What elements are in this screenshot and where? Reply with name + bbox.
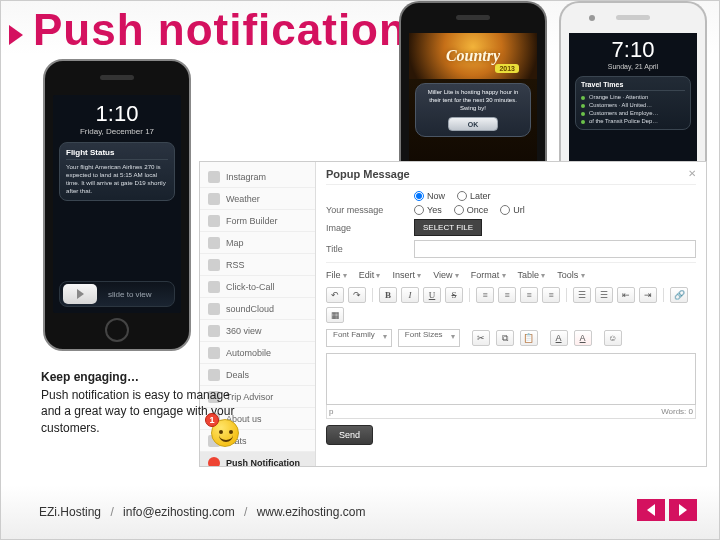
- sidebar-item-instagram[interactable]: Instagram: [200, 166, 315, 188]
- separator-icon: [469, 288, 470, 302]
- bullet-list-button[interactable]: ☰: [573, 287, 591, 303]
- sidebar-item-360[interactable]: 360 view: [200, 320, 315, 342]
- radio-now[interactable]: Now: [414, 191, 445, 201]
- sidebar-item-label: Instagram: [226, 172, 266, 182]
- title-bullet-icon: [9, 25, 23, 45]
- image-button[interactable]: ▦: [326, 307, 344, 323]
- instagram-icon: [208, 171, 220, 183]
- phone2-screen: Country 2013 Miller Lite is hosting happ…: [409, 33, 537, 161]
- home-button-icon[interactable]: [105, 318, 129, 342]
- align-left-button[interactable]: ≡: [476, 287, 494, 303]
- sidebar-item-label: Weather: [226, 194, 260, 204]
- italic-button[interactable]: I: [401, 287, 419, 303]
- slide-to-unlock[interactable]: slide to view: [59, 281, 175, 307]
- radio-now-input[interactable]: [414, 191, 424, 201]
- menu-tools[interactable]: Tools: [557, 270, 584, 280]
- editor-toolbar: ↶ ↷ B I U S ≡ ≡ ≡ ≡ ☰ ☰ ⇤ ⇥ 🔗 ▦: [326, 283, 696, 327]
- radio-url[interactable]: Url: [500, 205, 525, 215]
- underline-button[interactable]: U: [423, 287, 441, 303]
- label-title: Title: [326, 244, 404, 254]
- close-button[interactable]: ✕: [688, 168, 696, 180]
- sidebar-item-weather[interactable]: Weather: [200, 188, 315, 210]
- emoji-button[interactable]: ☺: [604, 330, 622, 346]
- editor-menubar: File Edit Insert View Format Table Tools: [326, 267, 696, 283]
- label-image: Image: [326, 223, 404, 233]
- phone1-notif-body: Your flight American Airlines 270 is exp…: [66, 163, 168, 195]
- phone1-date: Friday, December 17: [53, 127, 181, 136]
- sidebar-item-push[interactable]: Push Notification: [200, 452, 315, 466]
- outdent-button[interactable]: ⇤: [617, 287, 635, 303]
- align-center-button[interactable]: ≡: [498, 287, 516, 303]
- country-banner: Country 2013: [409, 33, 537, 79]
- next-button[interactable]: [669, 499, 697, 521]
- editor-textarea[interactable]: [326, 353, 696, 405]
- list-item: Customers · All United…: [581, 101, 685, 109]
- menu-edit[interactable]: Edit: [359, 270, 381, 280]
- radio-later[interactable]: Later: [457, 191, 491, 201]
- radio-once-input[interactable]: [414, 205, 424, 215]
- admin-panel: Instagram Weather Form Builder Map RSS C…: [199, 161, 707, 467]
- status-path: p: [329, 407, 333, 416]
- separator-icon: [372, 288, 373, 302]
- radio-label: Now: [427, 191, 445, 201]
- font-size-select[interactable]: Font Sizes: [398, 329, 460, 347]
- textcolor-button[interactable]: A: [550, 330, 568, 346]
- admin-main: Popup Message ✕ Now Later Your message Y…: [316, 162, 706, 466]
- number-list-button[interactable]: ☰: [595, 287, 613, 303]
- sidebar-item-rss[interactable]: RSS: [200, 254, 315, 276]
- footer-sep: /: [110, 505, 113, 519]
- country-banner-text: Country: [446, 47, 500, 65]
- divider: [326, 262, 696, 263]
- redo-button[interactable]: ↷: [348, 287, 366, 303]
- menu-file[interactable]: File: [326, 270, 347, 280]
- font-family-select[interactable]: Font Family: [326, 329, 392, 347]
- sidebar-item-label: Form Builder: [226, 216, 278, 226]
- title-input[interactable]: [414, 240, 696, 258]
- menu-format[interactable]: Format: [471, 270, 506, 280]
- radio-once[interactable]: Yes: [414, 205, 442, 215]
- radio-label: Once: [467, 205, 489, 215]
- footer: EZi.Hosting / info@ezihosting.com / www.…: [39, 505, 365, 519]
- radio-label: Yes: [427, 205, 442, 215]
- ok-button[interactable]: OK: [448, 117, 498, 131]
- radio-once2[interactable]: Once: [454, 205, 489, 215]
- slider-knob[interactable]: [63, 284, 97, 304]
- separator-icon: [663, 288, 664, 302]
- emoji-graphic: 1: [211, 419, 243, 451]
- chevron-left-icon: [647, 504, 655, 516]
- bgcolor-button[interactable]: A: [574, 330, 592, 346]
- bold-button[interactable]: B: [379, 287, 397, 303]
- sidebar-item-map[interactable]: Map: [200, 232, 315, 254]
- phone1-time: 1:10: [53, 101, 181, 127]
- cut-button[interactable]: ✂: [472, 330, 490, 346]
- phone3-date: Sunday, 21 April: [569, 63, 697, 70]
- slider-label: slide to view: [108, 290, 152, 299]
- radio-url-input[interactable]: [500, 205, 510, 215]
- country-banner-year: 2013: [495, 64, 519, 73]
- sidebar-item-soundcloud[interactable]: soundCloud: [200, 298, 315, 320]
- list-item: Orange Line · Attention: [581, 93, 685, 101]
- sidebar-item-automobile[interactable]: Automobile: [200, 342, 315, 364]
- strike-button[interactable]: S: [445, 287, 463, 303]
- sidebar-item-label: Click-to-Call: [226, 282, 275, 292]
- select-file-button[interactable]: SELECT FILE: [414, 219, 482, 236]
- align-justify-button[interactable]: ≡: [542, 287, 560, 303]
- paste-button[interactable]: 📋: [520, 330, 538, 346]
- menu-view[interactable]: View: [433, 270, 459, 280]
- radio-label: Later: [470, 191, 491, 201]
- sidebar-item-clicktocall[interactable]: Click-to-Call: [200, 276, 315, 298]
- sidebar-item-formbuilder[interactable]: Form Builder: [200, 210, 315, 232]
- prev-button[interactable]: [637, 499, 665, 521]
- undo-button[interactable]: ↶: [326, 287, 344, 303]
- link-button[interactable]: 🔗: [670, 287, 688, 303]
- send-button[interactable]: Send: [326, 425, 373, 445]
- align-right-button[interactable]: ≡: [520, 287, 538, 303]
- sidebar-item-label: soundCloud: [226, 304, 274, 314]
- copy-button[interactable]: ⧉: [496, 330, 514, 346]
- menu-table[interactable]: Table: [518, 270, 546, 280]
- menu-insert[interactable]: Insert: [393, 270, 422, 280]
- phone3-notif-list: Orange Line · Attention Customers · All …: [581, 93, 685, 125]
- radio-later-input[interactable]: [457, 191, 467, 201]
- indent-button[interactable]: ⇥: [639, 287, 657, 303]
- radio-once2-input[interactable]: [454, 205, 464, 215]
